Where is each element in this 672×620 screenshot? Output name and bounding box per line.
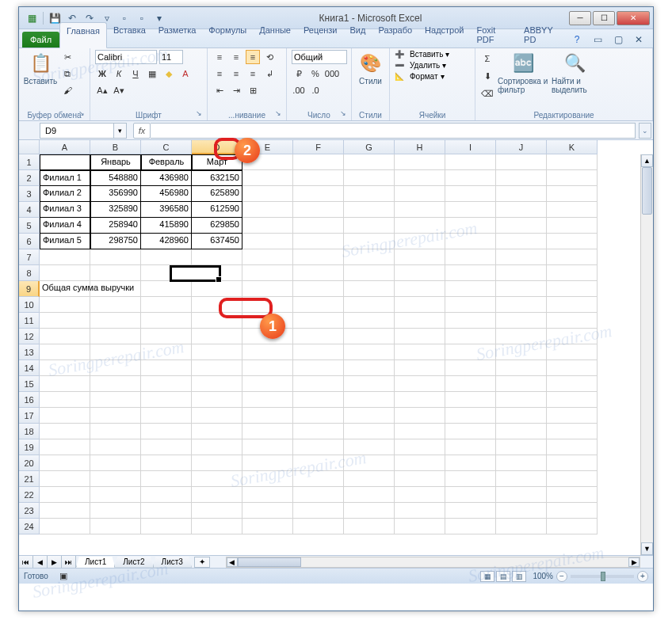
column-header[interactable]: B [90, 140, 141, 154]
format-cells-button[interactable]: 📐Формат▾ [395, 72, 445, 81]
cell[interactable] [293, 344, 344, 360]
cell[interactable] [293, 503, 344, 519]
cell[interactable] [445, 360, 496, 376]
cell[interactable] [344, 424, 395, 439]
align-bottom-icon[interactable]: ≡ [246, 50, 260, 64]
cell[interactable] [141, 455, 192, 471]
cell[interactable] [90, 487, 141, 503]
cell[interactable] [445, 503, 496, 519]
cell[interactable] [344, 408, 395, 424]
cell[interactable] [496, 439, 547, 455]
cell[interactable] [445, 392, 496, 408]
page-break-view-icon[interactable]: ▥ [512, 571, 526, 582]
cell[interactable] [496, 471, 547, 487]
row-header[interactable]: 9 [19, 281, 40, 297]
row-header[interactable]: 16 [19, 392, 40, 408]
cell[interactable] [344, 376, 395, 392]
cell[interactable] [395, 344, 445, 360]
cell[interactable] [496, 297, 547, 313]
cell[interactable] [395, 519, 445, 534]
cell[interactable] [242, 249, 293, 265]
cell[interactable] [90, 265, 141, 281]
cell[interactable] [496, 455, 547, 471]
cell[interactable] [344, 170, 395, 186]
cell[interactable] [395, 503, 445, 519]
row-header[interactable]: 5 [19, 218, 40, 234]
cell[interactable] [242, 392, 293, 408]
tab-вид[interactable]: Вид [344, 22, 372, 48]
table-row-header[interactable]: Филиал 3 [40, 202, 90, 218]
cell[interactable] [293, 455, 344, 471]
cell[interactable] [40, 360, 90, 376]
cell[interactable] [496, 392, 547, 408]
cell[interactable] [40, 439, 90, 455]
align-left-icon[interactable]: ≡ [212, 67, 227, 81]
copy-icon[interactable]: ⧉ [60, 67, 74, 81]
cell[interactable] [547, 392, 598, 408]
cell[interactable] [496, 313, 547, 329]
fill-icon[interactable]: ⬇ [480, 69, 494, 83]
cell[interactable] [293, 408, 344, 424]
cell[interactable] [242, 234, 293, 249]
cell[interactable] [242, 281, 293, 297]
tab-разметка[interactable]: Разметка [152, 22, 203, 48]
cell[interactable] [547, 154, 598, 170]
cell[interactable] [293, 487, 344, 503]
cell[interactable] [40, 408, 90, 424]
cell[interactable] [395, 218, 445, 234]
row-header[interactable]: 19 [19, 439, 40, 455]
cell[interactable] [496, 408, 547, 424]
first-sheet-icon[interactable]: ⏮ [19, 556, 33, 569]
font-color-button[interactable]: A [178, 67, 193, 81]
cell[interactable] [445, 170, 496, 186]
cell[interactable] [496, 503, 547, 519]
cell[interactable] [293, 154, 344, 170]
cell[interactable] [547, 186, 598, 202]
merge-cells-icon[interactable]: ⊞ [246, 83, 260, 97]
sort-filter-button[interactable]: 🔤 Сортировка и фильтр [498, 50, 548, 94]
cell[interactable] [141, 471, 192, 487]
cell[interactable] [344, 519, 395, 534]
cell[interactable] [242, 424, 293, 439]
cell[interactable] [496, 376, 547, 392]
cell[interactable] [496, 218, 547, 234]
zoom-slider[interactable] [571, 575, 634, 578]
cell[interactable] [395, 154, 445, 170]
cell[interactable] [192, 439, 242, 455]
name-box[interactable]: D9 [40, 123, 114, 139]
cell[interactable] [141, 519, 192, 534]
cell[interactable] [445, 234, 496, 249]
cell[interactable] [90, 297, 141, 313]
horizontal-scrollbar[interactable]: ◀ ▶ [226, 557, 640, 568]
column-header[interactable]: I [445, 140, 496, 154]
expand-formula-bar-icon[interactable]: ⌄ [639, 123, 651, 139]
cell[interactable] [344, 313, 395, 329]
cell[interactable] [90, 344, 141, 360]
comma-icon[interactable]: 000 [325, 67, 339, 81]
next-sheet-icon[interactable]: ▶ [48, 556, 62, 569]
cell[interactable] [40, 154, 90, 170]
table-row-header[interactable]: Филиал 2 [40, 186, 90, 202]
cell[interactable] [445, 376, 496, 392]
normal-view-icon[interactable]: ▦ [480, 571, 494, 582]
cell[interactable] [293, 265, 344, 281]
cell[interactable] [192, 471, 242, 487]
column-header[interactable]: D [192, 140, 242, 154]
table-cell[interactable]: 325890 [90, 202, 141, 218]
cell[interactable] [547, 329, 598, 344]
cell[interactable] [395, 408, 445, 424]
tab-foxit pdf[interactable]: Foxit PDF [471, 22, 518, 48]
cell[interactable] [40, 313, 90, 329]
cell[interactable] [344, 439, 395, 455]
cell[interactable] [496, 170, 547, 186]
cell[interactable] [192, 313, 242, 329]
tab-abbyy pd[interactable]: ABBYY PD [517, 22, 569, 48]
cell[interactable] [445, 329, 496, 344]
row-header[interactable]: 8 [19, 265, 40, 281]
vscroll-thumb[interactable] [642, 167, 652, 215]
cell[interactable] [547, 344, 598, 360]
table-cell[interactable]: 625890 [192, 186, 242, 202]
cell[interactable] [242, 329, 293, 344]
cell[interactable] [40, 503, 90, 519]
cell[interactable] [40, 519, 90, 534]
